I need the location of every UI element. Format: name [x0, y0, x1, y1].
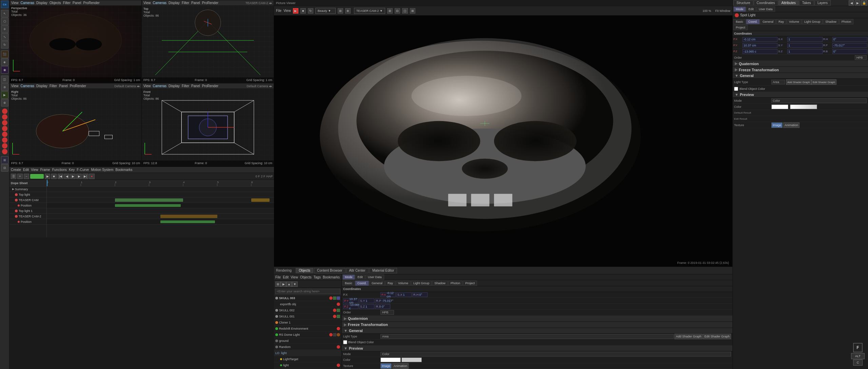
render-fit-btn[interactable]: Fit Window: [715, 9, 730, 13]
vp-front-filter[interactable]: Filter: [182, 84, 189, 88]
rp-tab-edit[interactable]: Edit: [746, 6, 756, 12]
render-btn-refresh[interactable]: ↻: [308, 8, 313, 14]
obj-lo-light[interactable]: LO light: [274, 350, 341, 356]
rp-tab-photon[interactable]: Photon: [839, 19, 854, 24]
rp-tab-volume[interactable]: Volume: [787, 19, 802, 24]
attr-px[interactable]: P.X -0.12 cm: [380, 292, 396, 297]
obj-menu-file[interactable]: File: [275, 275, 281, 279]
tl-menu-view[interactable]: View: [31, 168, 38, 172]
tool-joints[interactable]: ⊛: [1, 83, 8, 91]
attr-tab-ray[interactable]: Ray: [385, 280, 395, 286]
attr-tab-mode[interactable]: Mode: [342, 274, 355, 280]
tl-menu-functions[interactable]: Functions: [52, 168, 67, 172]
vp-top-filter[interactable]: Filter: [182, 1, 189, 5]
obj-btn-3[interactable]: ▲: [286, 281, 292, 287]
vp-front-cameras[interactable]: Cameras: [153, 84, 167, 88]
tl-menu-create[interactable]: Create: [11, 168, 21, 172]
obj-btn-2[interactable]: ▶: [281, 281, 286, 287]
attr-tab-volume[interactable]: Volume: [396, 280, 411, 286]
vp-top-prorender[interactable]: ProRender: [202, 1, 218, 5]
tl-menu-edit[interactable]: Edit: [23, 168, 29, 172]
rp-add-shader[interactable]: Add Shader Graph: [786, 79, 811, 85]
rp-tab-shadow[interactable]: Shadow: [823, 19, 839, 24]
vp-menu-objects[interactable]: Objects: [50, 1, 61, 5]
tool-rotate[interactable]: ↻: [1, 41, 8, 48]
obj-cloner1[interactable]: Cloner 1: [274, 319, 341, 326]
attr-tab-edit[interactable]: Edit: [355, 274, 366, 280]
attr-light-type-value[interactable]: Area: [380, 334, 674, 339]
red-btn-1[interactable]: [2, 109, 7, 114]
rp-tab-lightgroup[interactable]: Light Group: [802, 19, 823, 24]
obj-skull001[interactable]: SKULL 001: [274, 313, 341, 319]
red-btn-6[interactable]: [2, 137, 7, 143]
tl-btn-del[interactable]: −: [24, 174, 29, 179]
vp-menu-prorender[interactable]: ProRender: [83, 1, 100, 5]
vp-menu-cameras[interactable]: Cameras: [21, 1, 35, 5]
render-camera-dropdown[interactable]: TEASER CAM-2 ▼: [354, 8, 385, 14]
attr-color-slider[interactable]: [401, 357, 422, 362]
vp-top-panel[interactable]: Panel: [191, 1, 200, 5]
tool-extra-1[interactable]: ⊞: [1, 156, 8, 164]
rp-light-type-val[interactable]: Area: [771, 80, 785, 84]
tl-btn-stop[interactable]: ■: [51, 174, 57, 179]
attr-sz[interactable]: S.Z 1: [359, 304, 374, 309]
rp-sz-val[interactable]: 1: [787, 49, 822, 54]
attr-color-swatch[interactable]: [380, 357, 401, 362]
red-btn-3[interactable]: [2, 120, 7, 125]
tool-cursor[interactable]: ↖: [1, 10, 8, 17]
render-btn-compare[interactable]: ⊞: [338, 8, 343, 14]
rp-mode-val[interactable]: Color: [771, 98, 867, 103]
tab-attributes[interactable]: Attributes: [778, 0, 799, 6]
rp-rb-val[interactable]: 0°: [832, 49, 867, 54]
attr-tab-userdata[interactable]: User Data: [366, 274, 384, 280]
attr-mode-value[interactable]: Color: [380, 352, 731, 356]
render-btn-zoom[interactable]: ⊕: [345, 8, 351, 14]
rp-px-val[interactable]: -0.12 cm: [743, 37, 777, 42]
viewport-top[interactable]: View Cameras Display Filter Panel ProRen…: [142, 0, 274, 83]
rp-color-swatch[interactable]: [771, 104, 788, 109]
obj-skull002[interactable]: SKULL 002: [274, 307, 341, 313]
attr-sx[interactable]: S.X 1: [396, 292, 412, 297]
rp-btn-2[interactable]: ▶: [855, 0, 860, 6]
rp-tab-coord[interactable]: Coord.: [746, 19, 760, 24]
viewport-right[interactable]: View Cameras Display Filter Panel ProRen…: [9, 83, 142, 166]
tl-menu-bookmarks[interactable]: Bookmarks: [116, 168, 133, 172]
tl-track-position1[interactable]: Position: [9, 203, 46, 208]
tool-texture[interactable]: ◉: [1, 66, 8, 74]
tab-content-browser[interactable]: Content Browser: [314, 268, 345, 273]
vp-menu-display[interactable]: Display: [36, 1, 47, 5]
attr-py[interactable]: P.Y 10.37 cm: [343, 298, 358, 303]
render-btn-view2[interactable]: ◫: [402, 8, 408, 14]
rp-btn-lock[interactable]: 🔒: [861, 0, 867, 6]
rp-blend-checkbox[interactable]: [734, 87, 738, 91]
attr-tab-basic[interactable]: Basic: [342, 280, 355, 286]
rp-edit-shader[interactable]: Edit Shader Graph: [811, 79, 836, 85]
rp-pz-val[interactable]: -13.065 c: [743, 49, 777, 54]
rp-tab-basic[interactable]: Basic: [733, 19, 746, 24]
vp-right-prorender[interactable]: ProRender: [70, 84, 86, 88]
obj-ground[interactable]: ground: [274, 338, 341, 344]
render-mode-dropdown[interactable]: Beauty ▼: [315, 8, 336, 14]
tl-menu-fcurve[interactable]: F-Curve: [77, 168, 89, 172]
c4d-icon[interactable]: C4: [1, 1, 8, 8]
tl-btn-stepfwd[interactable]: ▶: [76, 174, 82, 179]
rp-tex-anim[interactable]: Animation: [783, 122, 800, 128]
obj-menu-objects[interactable]: Objects: [300, 275, 312, 279]
tl-track-top-light1[interactable]: Top light 1: [9, 208, 46, 214]
vp-right-cameras[interactable]: Cameras: [21, 84, 35, 88]
attr-texture-animation[interactable]: Animation: [392, 363, 409, 369]
tl-menu-frame[interactable]: Frame: [40, 168, 50, 172]
rp-color-gradient[interactable]: [790, 104, 817, 109]
attr-rh[interactable]: R.H 0°: [412, 292, 428, 297]
obj-exportfb[interactable]: exportfb obj: [274, 301, 341, 307]
rp-order-val[interactable]: HPB: [855, 55, 867, 60]
vp-menu-filter[interactable]: Filter: [63, 1, 71, 5]
rp-btn-1[interactable]: ◀: [849, 0, 854, 6]
rp-sy-val[interactable]: 1: [787, 43, 822, 48]
tool-animate[interactable]: ▶: [1, 91, 8, 99]
tl-track-teaser-cam2[interactable]: TEASER CAM-2: [9, 214, 46, 219]
obj-btn-1[interactable]: ⊞: [275, 281, 281, 287]
tl-menu-key[interactable]: Key: [69, 168, 75, 172]
vp-menu-panel[interactable]: Panel: [73, 1, 81, 5]
tool-simulate[interactable]: ⊕: [1, 99, 8, 106]
